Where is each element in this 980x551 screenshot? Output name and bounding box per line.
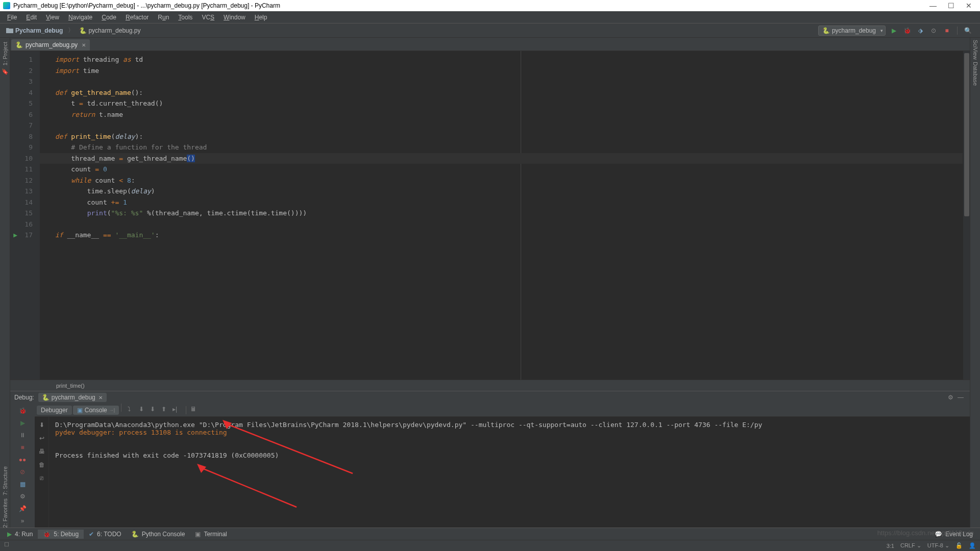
menu-help[interactable]: Help — [251, 13, 272, 22]
menu-code[interactable]: Code — [97, 13, 120, 22]
line-number: 12 — [10, 175, 33, 186]
status-encoding[interactable]: UTF-8 ⌄ — [927, 542, 949, 549]
tool-sciview[interactable]: SciView — [972, 40, 978, 60]
stop-debug-icon[interactable]: ■ — [17, 442, 28, 453]
editor-tab-label: pycharm_debug.py — [26, 41, 78, 48]
tab-terminal[interactable]: ▣ Terminal — [190, 530, 232, 539]
tab-pyconsole-label: Python Console — [142, 531, 185, 538]
tool-project[interactable]: 1: Project — [2, 42, 8, 65]
console-side-toolbar: ⬇ ↩ 🖶 🗑 ⎚ — [35, 417, 49, 528]
line-number-gutter: 1 2 3 4 5 6 7 8 9 10 11 12 13 14 15 16 1… — [10, 51, 40, 380]
tab-todo[interactable]: ✔ 6: TODO — [84, 530, 127, 539]
pin-icon[interactable]: 📌 — [17, 504, 28, 514]
tab-run[interactable]: ▶ 4: Run — [2, 530, 38, 539]
editor-tab-file[interactable]: 🐍 pycharm_debug.py ✕ — [11, 39, 90, 51]
bug-icon: 🐞 — [43, 531, 51, 538]
code-editor[interactable]: 1 2 3 4 5 6 7 8 9 10 11 12 13 14 15 16 1… — [10, 51, 970, 380]
tab-todo-label: 6: TODO — [97, 531, 121, 538]
menu-bar: File Edit View Navigate Code Refactor Ru… — [0, 11, 980, 23]
attach-console-icon: →| — [109, 408, 115, 413]
tab-debug-bottom[interactable]: 🐞 5: Debug — [38, 530, 84, 539]
close-icon[interactable]: ✕ — [966, 2, 972, 10]
menu-navigate[interactable]: Navigate — [64, 13, 96, 22]
debug-session-tab[interactable]: 🐍 pycharm_debug ✕ — [38, 393, 107, 402]
tab-debug-label: 5: Debug — [54, 531, 79, 538]
menu-edit[interactable]: Edit — [22, 13, 41, 22]
python-file-icon: 🐍 — [79, 27, 86, 34]
tool-database[interactable]: Database — [972, 62, 978, 86]
tab-debugger[interactable]: Debugger — [37, 406, 72, 415]
maximize-icon[interactable]: ☐ — [948, 2, 954, 10]
run-button[interactable]: ▶ — [889, 26, 899, 36]
step-over-icon[interactable]: ⤵ — [128, 406, 137, 415]
tool-structure[interactable]: 7: Structure — [2, 466, 8, 495]
tab-python-console[interactable]: 🐍 Python Console — [127, 530, 190, 539]
code-text[interactable]: import threading as td import time def g… — [40, 51, 963, 380]
scrollbar-thumb[interactable] — [964, 53, 969, 216]
minimize-panel-icon[interactable]: — — [955, 392, 966, 403]
menu-refactor[interactable]: Refactor — [121, 13, 153, 22]
step-into-icon[interactable]: ⬇ — [139, 406, 148, 415]
pycharm-icon — [3, 2, 10, 9]
line-number: 6 — [10, 109, 33, 120]
view-breakpoints-icon[interactable]: ●● — [17, 455, 28, 465]
minimize-icon[interactable]: — — [929, 2, 937, 10]
close-tab-icon[interactable]: ✕ — [82, 42, 86, 48]
python-file-icon: 🐍 — [15, 41, 22, 48]
status-inspections-icon[interactable]: 👤 — [969, 542, 976, 549]
step-out-icon[interactable]: ⬆ — [161, 406, 170, 415]
run-gutter-icon[interactable]: ▶ — [13, 230, 17, 241]
status-line-separator[interactable]: CRLF ⌄ — [900, 542, 921, 549]
more-icon[interactable]: » — [17, 516, 28, 526]
debug-button[interactable]: 🐞 — [902, 26, 912, 36]
layout-icon[interactable]: ▦ — [17, 479, 28, 489]
run-to-cursor-icon[interactable]: ▸| — [173, 406, 182, 415]
mute-breakpoints-icon[interactable]: ⊘ — [17, 467, 28, 477]
breadcrumb-file[interactable]: 🐍 pycharm_debug.py — [76, 26, 143, 35]
rerun-debug-icon[interactable]: 🐞 — [17, 406, 28, 416]
breadcrumb-project[interactable]: Pycharm_debug — [3, 26, 66, 35]
tab-run-label: 4: Run — [15, 531, 33, 538]
menu-run[interactable]: Run — [154, 13, 173, 22]
status-caret-position[interactable]: 3:1 — [887, 543, 894, 549]
status-readonly-icon[interactable]: 🔓 — [955, 542, 963, 549]
pause-icon[interactable]: ⏸ — [17, 430, 28, 440]
chevron-right-icon: 〉 — [68, 26, 74, 35]
evaluate-icon[interactable]: 🖩 — [190, 406, 200, 415]
close-session-icon[interactable]: ✕ — [99, 395, 103, 400]
tool-window-quick-access-icon[interactable]: ☐ — [4, 541, 13, 550]
stop-button[interactable]: ■ — [942, 26, 952, 36]
line-number: 3 — [10, 76, 33, 87]
print-icon[interactable]: 🖶 — [37, 446, 47, 457]
bottom-tool-bar: ▶ 4: Run 🐞 5: Debug ✔ 6: TODO 🐍 Python C… — [0, 528, 980, 540]
line-number: 16 — [10, 219, 33, 230]
resume-icon[interactable]: ▶ — [17, 418, 28, 428]
code-breadcrumb[interactable]: print_time() — [10, 380, 970, 391]
console-line — [55, 444, 964, 452]
menu-window[interactable]: Window — [219, 13, 250, 22]
menu-tools[interactable]: Tools — [174, 13, 197, 22]
settings-icon[interactable]: ⚙ — [17, 491, 28, 502]
tool-favorites[interactable]: 2: Favorites — [2, 498, 8, 528]
console-icon: ▣ — [77, 407, 83, 414]
force-step-into-icon[interactable]: ⬇ — [150, 406, 159, 415]
run-configuration-selector[interactable]: 🐍 pycharm_debug — [818, 26, 886, 36]
debug-tool-window: Debug: 🐍 pycharm_debug ✕ ⚙ — 🐞 ▶ ⏸ ■ ●● … — [10, 391, 970, 528]
coverage-button[interactable]: ⬗ — [915, 26, 925, 36]
scroll-end-icon[interactable]: ⬇ — [37, 420, 47, 430]
filter-icon[interactable]: ⎚ — [37, 473, 47, 483]
menu-view[interactable]: View — [42, 13, 63, 22]
editor-scrollbar[interactable] — [963, 51, 970, 380]
clear-icon[interactable]: 🗑 — [37, 460, 47, 470]
search-everywhere-button[interactable]: 🔍 — [963, 26, 973, 36]
soft-wrap-icon[interactable]: ↩ — [37, 433, 47, 443]
tab-console[interactable]: ▣ Console →| — [73, 406, 119, 415]
menu-vcs[interactable]: VCS — [198, 13, 218, 22]
window-titlebar: Pycharm_debug [E:\python\Pycharm_debug] … — [0, 0, 980, 11]
gear-icon[interactable]: ⚙ — [945, 392, 955, 403]
line-number: 9 — [10, 142, 33, 153]
bookmark-icon[interactable]: 🔖 — [2, 68, 9, 75]
profile-button[interactable]: ⊙ — [928, 26, 939, 36]
console-output[interactable]: D:\ProgramData\Anaconda3\python.exe "D:\… — [49, 417, 970, 528]
menu-file[interactable]: File — [3, 13, 21, 22]
